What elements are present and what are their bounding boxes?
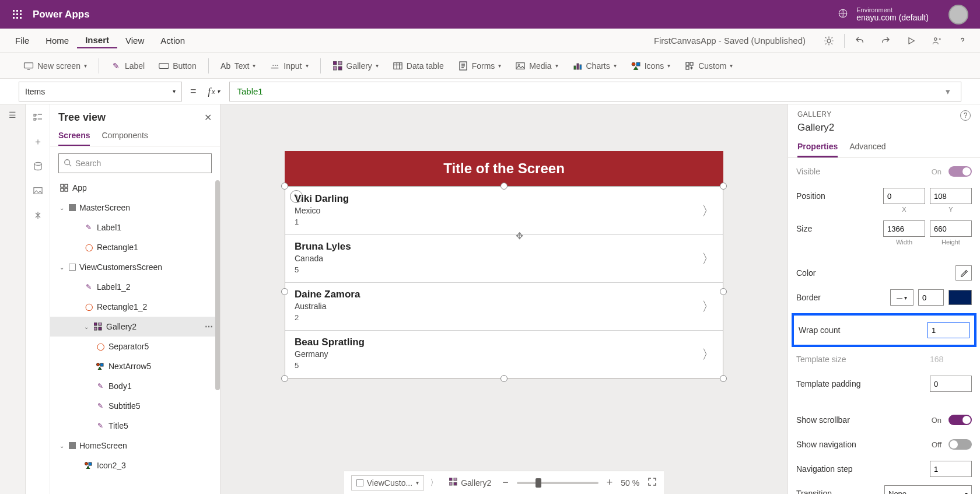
avatar[interactable] [949, 5, 968, 24]
hamburger-icon[interactable]: ☰ [9, 110, 16, 120]
chevron-right-icon[interactable]: 〉 [702, 298, 715, 316]
new-screen-button[interactable]: New screen▾ [18, 58, 93, 73]
gallery-button[interactable]: Gallery▾ [327, 58, 384, 73]
tree-node-body1[interactable]: ✎Body1 [50, 376, 218, 396]
template-padding-input[interactable] [930, 376, 972, 392]
formula-expand-icon[interactable]: ▾ [942, 86, 954, 97]
resize-handle[interactable] [720, 375, 727, 382]
tab-properties[interactable]: Properties [797, 138, 838, 157]
navstep-input[interactable] [930, 461, 972, 477]
color-picker[interactable] [956, 265, 972, 281]
forms-button[interactable]: Forms▾ [452, 58, 508, 73]
input-button[interactable]: Input▾ [264, 58, 314, 73]
gallery-row[interactable]: Viki DarlingMexico1〉 [285, 187, 723, 234]
zoom-thumb[interactable] [536, 478, 541, 488]
tree-node-rectangle12[interactable]: ◯Rectangle1_2 [50, 297, 218, 317]
chevron-right-icon[interactable]: 〉 [702, 202, 715, 220]
tab-components[interactable]: Components [102, 131, 148, 146]
resize-handle[interactable] [281, 375, 288, 382]
redo-icon[interactable] [875, 30, 896, 51]
resize-handle[interactable] [501, 183, 508, 190]
position-x-input[interactable] [883, 188, 925, 204]
tree-node-icon23[interactable]: Icon2_3 [50, 456, 218, 475]
resize-handle[interactable] [281, 288, 288, 295]
undo-icon[interactable] [849, 30, 870, 51]
gallery-row[interactable]: Beau SpratlingGermany5〉 [285, 330, 723, 378]
canvas-screen[interactable]: Title of the Screen ✎ Viki DarlingMexico… [285, 151, 723, 379]
resize-handle[interactable] [281, 183, 288, 190]
position-y-input[interactable] [930, 188, 972, 204]
tree-node-viewcustomers[interactable]: ⌄ViewCustomersScreen [50, 257, 218, 277]
border-width-input[interactable] [918, 289, 944, 306]
transition-select[interactable]: None▾ [884, 485, 972, 494]
insert-pane-icon[interactable]: ＋ [33, 134, 43, 150]
advanced-tools-icon[interactable] [34, 207, 42, 223]
tree-node-nextarrow5[interactable]: NextArrow5 [50, 356, 218, 376]
height-input[interactable] [930, 220, 972, 237]
menu-insert[interactable]: Insert [77, 33, 117, 48]
chevron-down-icon[interactable]: ⌄ [60, 443, 65, 449]
tree-node-label12[interactable]: ✎Label1_2 [50, 277, 218, 297]
menu-action[interactable]: Action [152, 33, 193, 48]
data-table-button[interactable]: Data table [387, 58, 450, 73]
tree-node-homescreen[interactable]: ⌄HomeScreen [50, 436, 218, 456]
navigation-toggle[interactable] [949, 439, 972, 450]
button-button[interactable]: Button [153, 58, 202, 73]
help-icon[interactable]: ? [960, 110, 971, 121]
more-icon[interactable]: ⋯ [205, 322, 213, 331]
text-button[interactable]: AbText▾ [215, 58, 262, 73]
gallery-row[interactable]: Bruna LylesCanada5〉 [285, 234, 723, 282]
tree-node-label1[interactable]: ✎Label1 [50, 218, 218, 237]
custom-button[interactable]: Custom▾ [678, 58, 738, 73]
chevron-right-icon[interactable]: 〉 [702, 250, 715, 268]
tab-screens[interactable]: Screens [58, 131, 90, 146]
border-style-select[interactable]: — ▾ [890, 289, 914, 306]
tree-node-title5[interactable]: ✎Title5 [50, 416, 218, 436]
media-pane-icon[interactable] [33, 183, 43, 199]
app-launcher-icon[interactable] [6, 3, 29, 26]
tab-advanced[interactable]: Advanced [849, 138, 886, 157]
scrollbar-thumb[interactable] [215, 180, 220, 390]
chevron-down-icon[interactable]: ⌄ [60, 264, 65, 271]
chevron-right-icon[interactable]: 〉 [702, 346, 715, 363]
tree-node-separator5[interactable]: ◯Separator5 [50, 337, 218, 356]
menu-home[interactable]: Home [37, 33, 77, 48]
tree-node-masterscreen[interactable]: ⌄MasterScreen [50, 198, 218, 218]
resize-handle[interactable] [501, 375, 508, 382]
visible-toggle[interactable] [949, 166, 972, 177]
resize-handle[interactable] [720, 183, 727, 190]
app-checker-icon[interactable] [818, 30, 839, 51]
tree-search-input[interactable]: Search [58, 153, 212, 173]
zoom-slider[interactable] [517, 482, 598, 484]
border-color-picker[interactable] [949, 290, 972, 305]
zoom-in-icon[interactable]: + [607, 477, 613, 489]
chevron-down-icon[interactable]: ⌄ [60, 205, 65, 211]
chevron-down-icon[interactable]: ⌄ [84, 324, 90, 330]
tree-node-rectangle1[interactable]: ◯Rectangle1 [50, 237, 218, 257]
resize-handle[interactable] [720, 288, 727, 295]
wrap-count-input[interactable] [928, 322, 970, 338]
data-icon[interactable] [33, 158, 43, 174]
close-icon[interactable]: ✕ [204, 112, 212, 123]
menu-file[interactable]: File [7, 33, 37, 48]
breadcrumb-screen[interactable]: ViewCusto... ▾ [351, 475, 424, 491]
width-input[interactable] [883, 220, 925, 237]
help-icon[interactable] [952, 30, 973, 51]
play-icon[interactable] [901, 30, 922, 51]
move-handle-icon[interactable]: ✥ [516, 230, 523, 241]
icons-button[interactable]: Icons▾ [625, 58, 676, 73]
fit-to-window-icon[interactable] [648, 477, 657, 488]
environment-name[interactable]: enayu.com (default) [856, 13, 929, 22]
property-selector[interactable]: Items ▾ [19, 82, 182, 101]
gallery-row[interactable]: Daine ZamoraAustralia2〉 [285, 282, 723, 330]
label-button[interactable]: ✎ Label [105, 58, 150, 73]
tree-node-app[interactable]: App [50, 178, 218, 198]
scrollbar-toggle[interactable] [949, 415, 972, 425]
tree-node-subtitle5[interactable]: ✎Subtitle5 [50, 396, 218, 416]
gallery-control[interactable]: ✎ Viki DarlingMexico1〉Bruna LylesCanada5… [285, 186, 723, 379]
charts-button[interactable]: Charts▾ [566, 58, 622, 73]
zoom-out-icon[interactable]: − [502, 477, 509, 489]
menu-view[interactable]: View [117, 33, 152, 48]
media-button[interactable]: Media▾ [509, 58, 564, 73]
formula-input[interactable]: Table1 ▾ [229, 82, 961, 101]
